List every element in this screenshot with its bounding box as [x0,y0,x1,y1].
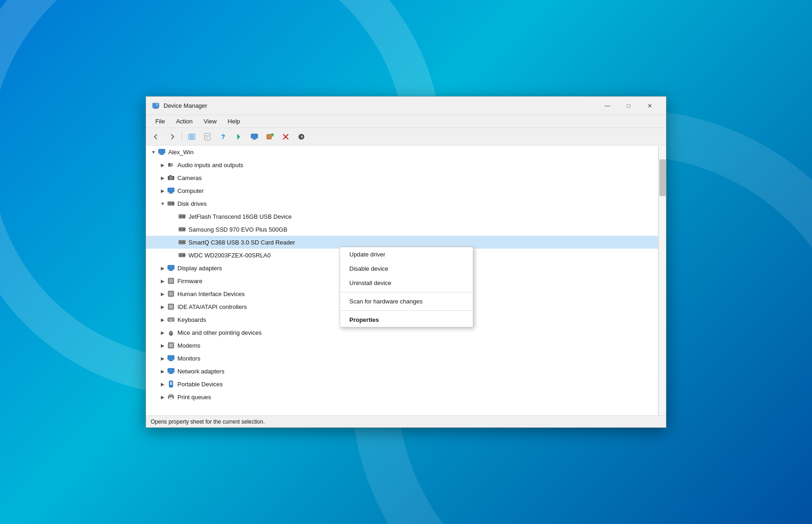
expand-network-icon: ▶ [159,367,166,375]
svg-rect-75 [169,361,173,361]
svg-rect-25 [159,154,164,155]
scan-hardware-button[interactable] [294,130,309,143]
status-text: Opens property sheet for the current sel… [151,419,265,425]
scrollbar-thumb[interactable] [659,159,666,196]
toolbar-sep-1 [182,132,182,141]
firmware-label: Firmware [177,278,202,285]
mice-icon [166,328,176,337]
modems-label: Modems [177,342,200,349]
svg-rect-34 [170,192,172,193]
tree-item-network[interactable]: ▶ Network adapters [146,365,658,378]
computer-label: Computer [177,187,204,194]
tree-item-portable[interactable]: ▶ Portable Devices [146,378,658,390]
svg-rect-0 [153,103,159,108]
remove-device-button[interactable] [278,130,293,143]
display-icon [166,263,176,273]
tree-item-monitors[interactable]: ▶ Monitors [146,352,658,365]
computer-icon [166,186,176,195]
tree-item-print[interactable]: ▶ Print queues [146,390,658,403]
tree-panel[interactable]: ▼ Alex_Win ▶ [146,146,659,415]
svg-rect-13 [251,134,258,138]
context-menu-scan[interactable]: Scan for hardware changes [340,294,473,309]
expand-computer-icon: ▶ [159,187,166,194]
menu-file[interactable]: File [150,116,171,127]
window-icon [152,102,160,110]
menu-help[interactable]: Help [222,116,246,127]
expand-display-icon: ▶ [159,264,166,272]
update-driver-button[interactable] [231,130,246,143]
svg-rect-73 [168,355,174,360]
hid-label: Human Interface Devices [177,291,245,297]
context-menu-sep-1 [340,292,473,292]
monitors-label: Monitors [177,355,200,362]
monitor-icon-button[interactable] [247,130,262,143]
svg-rect-32 [170,175,171,176]
scrollbar[interactable] [659,146,666,415]
tree-item-cameras[interactable]: ▶ Cameras [146,171,658,184]
context-menu-sep-2 [340,310,473,311]
tree-item-computer[interactable]: ▶ Computer [146,184,658,197]
context-menu-update-driver[interactable]: Update driver [340,247,473,262]
samsung-label: Samsung SSD 970 EVO Plus 500GB [188,226,288,233]
svg-rect-83 [169,394,173,396]
svg-point-49 [183,254,185,256]
svg-point-28 [171,164,172,166]
expand-audio-icon: ▶ [159,161,166,169]
smartq-icon [177,238,187,247]
svg-rect-52 [170,269,172,270]
root-label: Alex_Win [168,149,194,156]
tree-item-audio[interactable]: ▶ Audio inputs and outputs [146,158,658,171]
jetflash-label: JetFlash Transcend 16GB USB Device [188,213,292,220]
svg-point-40 [183,215,185,217]
svg-rect-84 [169,397,173,399]
add-hardware-button[interactable]: + [263,130,277,143]
keyboards-icon [166,315,176,324]
display-label: Display adapters [177,265,222,272]
device-manager-window: Device Manager — □ ✕ File Action View He… [146,96,666,428]
svg-rect-67 [172,319,173,320]
ide-icon [166,302,176,311]
svg-rect-23 [159,149,165,153]
expand-print-icon: ▶ [159,393,166,401]
svg-rect-80 [170,382,172,385]
expand-cameras-icon: ▶ [159,174,166,181]
context-menu-disable-device[interactable]: Disable device [340,262,473,276]
context-menu-uninstall-device[interactable]: Uninstall device [340,276,473,290]
menu-action[interactable]: Action [171,116,198,127]
window-title: Device Manager [164,102,597,109]
svg-marker-12 [237,134,240,140]
expand-hid-icon: ▶ [159,290,166,297]
close-button[interactable]: ✕ [639,99,660,113]
help-icon-button[interactable]: ? [216,130,230,143]
toolbar: ? + [146,128,666,146]
forward-button[interactable] [165,130,179,143]
print-icon [166,392,176,402]
tree-item-jetflash[interactable]: ▶ JetFlash Transcend 16GB USB Device [146,210,658,223]
portable-icon [166,379,176,389]
svg-rect-33 [168,188,174,192]
properties-button[interactable] [200,130,215,143]
svg-rect-77 [170,373,172,373]
menu-bar: File Action View Help [146,115,666,128]
minimize-button[interactable]: — [597,99,618,113]
back-button[interactable] [149,130,164,143]
cameras-icon [166,173,176,182]
context-menu-properties[interactable]: Properties [340,313,473,327]
expand-firmware-icon: ▶ [159,277,166,285]
svg-rect-51 [168,265,174,269]
menu-view[interactable]: View [198,116,222,127]
tree-view-button[interactable] [184,130,199,143]
tree-item-samsung[interactable]: ▶ Samsung SSD 970 EVO Plus 500GB [146,223,658,236]
cameras-label: Cameras [177,175,202,181]
maximize-button[interactable]: □ [618,99,639,113]
status-bar: Opens property sheet for the current sel… [146,415,666,427]
network-icon [166,367,176,376]
hid-icon [166,289,176,298]
svg-rect-68 [169,320,173,321]
tree-root[interactable]: ▼ Alex_Win [146,146,658,158]
disk-drives-icon [166,199,176,208]
tree-item-mice[interactable]: ▶ Mice and other pointing devices [146,326,658,339]
tree-item-disk-drives[interactable]: ▼ Disk drives [146,197,658,210]
tree-item-modems[interactable]: ▶ Modems [146,339,658,352]
mice-label: Mice and other pointing devices [177,329,262,336]
